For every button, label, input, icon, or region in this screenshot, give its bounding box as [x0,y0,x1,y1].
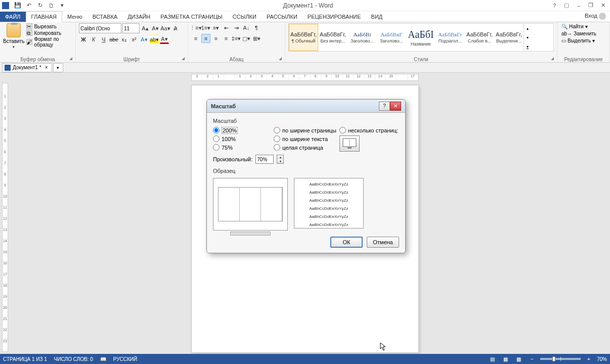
radio-page-width[interactable] [274,127,280,133]
clear-formatting-button[interactable]: A̷ [171,24,180,33]
numbering-button[interactable]: 1≡▾ [201,23,210,32]
ok-button[interactable]: ОК [330,237,363,248]
status-words[interactable]: ЧИСЛО СЛОВ: 0 [54,356,93,362]
radio-text-width-label[interactable]: по ширине текста [282,136,328,142]
dialog-close-button[interactable]: ✕ [390,102,401,111]
styles-more[interactable]: ▾̲ [524,42,531,51]
ribbon-options-button[interactable]: ▢ [561,1,572,10]
signin[interactable]: Вход [581,11,610,22]
view-read-button[interactable]: ▤ [488,355,498,363]
underline-button[interactable]: Ч [99,35,108,44]
paragraph-dialog-launcher[interactable]: ◢ [279,56,284,61]
many-pages-picker[interactable] [339,135,360,152]
subscript-button[interactable]: x₂ [119,35,128,44]
tab-file[interactable]: ФАЙЛ [0,12,26,22]
styles-gallery[interactable]: АаБбВвГг,¶ ОбычныйАаБбВвГг,Без интер...А… [288,23,554,52]
decrease-indent-button[interactable]: ⇤ [222,23,231,32]
borders-button[interactable]: ⊞▾ [252,34,261,43]
undo-button[interactable]: ↶ [24,1,33,10]
align-right-button[interactable]: ≡ [211,34,221,43]
minimize-button[interactable]: – [574,1,584,10]
close-doc-button[interactable]: × [43,65,50,71]
radio-100[interactable] [213,135,220,142]
show-marks-button[interactable]: ¶ [252,23,261,32]
styles-scroll-down[interactable]: ▾ [524,33,531,42]
format-painter-button[interactable]: 🖌Формат по образцу [26,36,72,48]
change-case-button[interactable]: Aa▾ [161,24,170,33]
zoom-slider[interactable] [540,358,581,360]
custom-zoom-input[interactable] [255,155,274,164]
style-item[interactable]: АаБбВвГг,Выделени... [494,24,524,51]
bold-button[interactable]: Ж [79,35,88,44]
view-web-button[interactable]: ▩ [514,355,524,363]
zoom-level[interactable]: 70% [597,356,607,362]
cancel-button[interactable]: Отмена [367,237,399,248]
style-item[interactable]: АаБбВвГг,Без интер... [318,24,347,51]
tab-design[interactable]: ДИЗАЙН [122,12,155,22]
font-dialog-launcher[interactable]: ◢ [182,56,187,61]
strikethrough-button[interactable]: abc [109,35,118,44]
zoom-thumb[interactable] [552,356,555,361]
font-color-button[interactable]: A▾ [160,35,169,44]
replace-button[interactable]: ab→Заменить [560,30,606,37]
clipboard-dialog-launcher[interactable]: ◢ [69,56,74,61]
status-proofing-icon[interactable]: 📖 [100,356,106,362]
font-name-input[interactable] [79,23,121,33]
superscript-button[interactable]: x² [129,35,139,44]
status-language[interactable]: РУССКИЙ [113,356,137,362]
radio-200[interactable] [213,127,220,133]
status-page[interactable]: СТРАНИЦА 1 ИЗ 1 [3,356,47,362]
radio-whole-page-label[interactable]: целая страница [282,145,323,151]
radio-many-pages[interactable] [339,127,346,133]
tab-list-button[interactable]: ▾ [53,63,63,72]
style-item[interactable]: АаБбВіЗаголово... [347,24,377,51]
repeat-button[interactable]: ▾ [58,1,67,10]
view-print-button[interactable]: ▦ [501,355,511,363]
zoom-out-button[interactable]: − [527,355,537,363]
style-item[interactable]: АаБбВвГЗаголово... [377,24,406,51]
highlight-button[interactable]: ab▾ [150,35,159,44]
redo-button[interactable]: ↻ [35,1,45,10]
style-item[interactable]: АаБбВвГгПодзагол... [435,24,465,51]
radio-page-width-label[interactable]: по ширине страницы [282,127,336,133]
horizontal-ruler[interactable]: 32112345678910111213141517 [191,74,419,81]
increase-indent-button[interactable]: ⇥ [232,23,241,32]
line-spacing-button[interactable]: ‡≡▾ [232,34,241,43]
style-item[interactable]: АаБбВвГг,¶ Обычный [289,24,318,51]
multilevel-button[interactable]: ≡▾ [211,23,221,32]
spin-down[interactable]: ▾ [277,159,283,163]
dialog-titlebar[interactable]: Масштаб ? ✕ [207,100,405,113]
radio-200-label[interactable]: 200% [222,127,238,133]
justify-button[interactable]: ≡ [222,34,231,43]
document-tab[interactable]: Документ1 * × [2,63,52,72]
align-left-button[interactable]: ≡ [191,34,200,43]
spin-up[interactable]: ▴ [277,155,283,159]
radio-text-width[interactable] [274,135,280,142]
cut-button[interactable]: ✂Вырезать [26,23,72,29]
vertical-ruler[interactable]: 1234567891011121314151617181920212223 [2,83,8,352]
align-center-button[interactable]: ≡ [201,34,210,43]
style-item[interactable]: АаБбІНазвание [406,24,435,51]
font-size-input[interactable] [122,23,140,33]
styles-scrollbar[interactable]: ▴ ▾ ▾̲ [524,24,531,51]
select-button[interactable]: ▭Выделить ▾ [560,37,606,44]
radio-many-pages-label[interactable]: несколько страниц: [348,127,398,133]
dialog-help-button[interactable]: ? [379,102,390,111]
bullets-button[interactable]: ⋮≡▾ [191,23,200,32]
tab-menu[interactable]: Меню [62,12,88,22]
find-button[interactable]: 🔍Найти ▾ [560,23,606,30]
copy-button[interactable]: ⧉Копировать [26,30,72,36]
sort-button[interactable]: A↓ [242,23,251,32]
italic-button[interactable]: К [89,35,98,44]
styles-dialog-launcher[interactable]: ◢ [551,56,556,61]
radio-75[interactable] [213,144,220,151]
styles-scroll-up[interactable]: ▴ [524,24,531,33]
style-item[interactable]: АаБбВвГг,Слабое в... [465,24,494,51]
zoom-in-button[interactable]: + [584,355,594,363]
tab-home[interactable]: ГЛАВНАЯ [26,11,62,22]
shading-button[interactable]: ▢▾ [242,34,251,43]
tab-view[interactable]: ВИД [366,12,388,22]
tab-review[interactable]: РЕЦЕНЗИРОВАНИЕ [302,12,366,22]
tab-insert[interactable]: ВСТАВКА [88,12,122,22]
radio-whole-page[interactable] [274,144,280,151]
